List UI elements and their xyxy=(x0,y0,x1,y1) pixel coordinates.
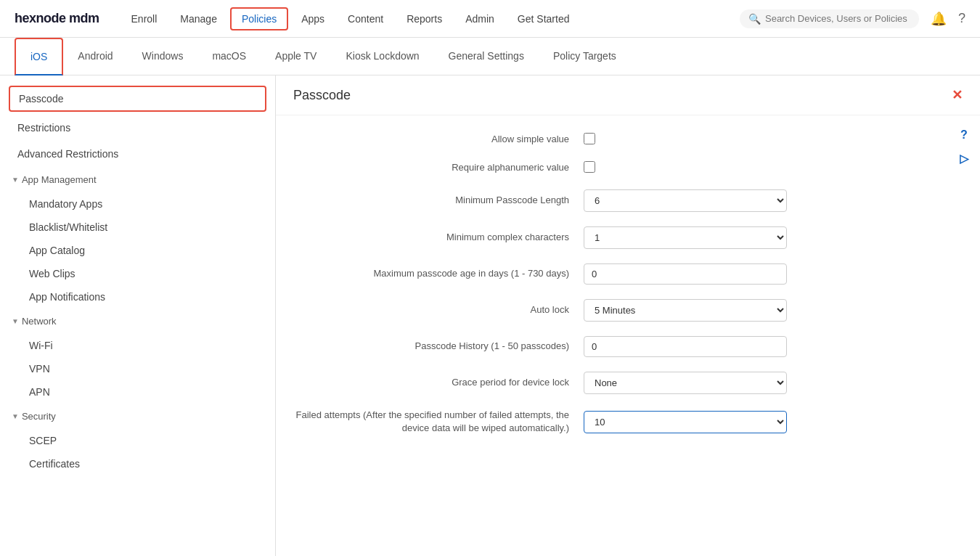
nav-manage[interactable]: Manage xyxy=(170,9,227,29)
panel-header: Passcode ✕ xyxy=(276,75,980,115)
sidebar-item-app-notifications[interactable]: App Notifications xyxy=(0,285,275,308)
field-min-passcode-length: Minimum Passcode Length 12345 678910 xyxy=(293,189,936,212)
control-failed-attempts[interactable]: 45678 9101112 xyxy=(584,411,787,433)
play-action-button[interactable]: ▷ xyxy=(954,148,974,168)
logo: hexnode mdm xyxy=(15,11,99,26)
nav-get-started[interactable]: Get Started xyxy=(507,9,580,29)
control-auto-lock[interactable]: Never1 Minute2 Minutes3 Minutes 4 Minute… xyxy=(584,299,787,322)
field-require-alphanumeric: Require alphanumeric value xyxy=(293,161,936,175)
side-actions: ? ▷ xyxy=(948,119,980,174)
tab-general-settings[interactable]: General Settings xyxy=(434,38,539,75)
help-icon[interactable]: ? xyxy=(958,11,965,26)
label-auto-lock: Auto lock xyxy=(293,303,569,316)
tab-kiosk-lockdown[interactable]: Kiosk Lockdown xyxy=(331,38,433,75)
nav-policies[interactable]: Policies xyxy=(230,7,288,30)
checkbox-allow-simple-value[interactable] xyxy=(584,133,595,144)
label-allow-simple-value: Allow simple value xyxy=(293,133,569,146)
input-max-passcode-age[interactable] xyxy=(584,263,787,285)
content-area: Passcode ✕ ? ▷ Allow simple value Requir… xyxy=(276,75,980,556)
label-failed-attempts: Failed attempts (After the specified num… xyxy=(293,409,569,435)
sidebar-item-advanced-restrictions[interactable]: Advanced Restrictions xyxy=(0,141,275,167)
tab-policy-targets[interactable]: Policy Targets xyxy=(539,38,631,75)
sidebar-section-network[interactable]: ▼ Network xyxy=(0,308,275,334)
label-min-complex-chars: Minimum complex characters xyxy=(293,231,569,244)
sidebar-item-scep[interactable]: SCEP xyxy=(0,429,275,452)
sidebar-item-certificates[interactable]: Certificates xyxy=(0,452,275,475)
sidebar-item-vpn[interactable]: VPN xyxy=(0,357,275,380)
chevron-down-icon: ▼ xyxy=(12,412,19,420)
nav-items: Enroll Manage Policies Apps Content Repo… xyxy=(121,7,740,30)
field-grace-period: Grace period for device lock None1 Minut… xyxy=(293,372,936,394)
panel-title: Passcode xyxy=(293,88,351,103)
main-layout: Passcode Restrictions Advanced Restricti… xyxy=(0,75,980,556)
sidebar-item-app-catalog[interactable]: App Catalog xyxy=(0,239,275,262)
label-passcode-history: Passcode History (1 - 50 passcodes) xyxy=(293,340,569,353)
label-require-alphanumeric: Require alphanumeric value xyxy=(293,161,569,174)
chevron-down-icon: ▼ xyxy=(12,317,19,325)
chevron-down-icon: ▼ xyxy=(12,176,19,184)
label-max-passcode-age: Maximum passcode age in days (1 - 730 da… xyxy=(293,267,569,280)
logo-text: hexnode mdm xyxy=(15,11,99,26)
control-max-passcode-age[interactable] xyxy=(584,263,787,285)
select-grace-period[interactable]: None1 Minute5 Minutes 15 Minutes1 Hour4 … xyxy=(584,372,787,394)
tab-windows[interactable]: Windows xyxy=(128,38,198,75)
notifications-icon[interactable]: 🔔 xyxy=(931,11,947,27)
control-passcode-history[interactable] xyxy=(584,336,787,357)
help-action-button[interactable]: ? xyxy=(954,125,974,145)
sidebar-item-web-clips[interactable]: Web Clips xyxy=(0,262,275,285)
sidebar-item-passcode[interactable]: Passcode xyxy=(9,86,266,112)
tab-bar: iOS Android Windows macOS Apple TV Kiosk… xyxy=(0,38,980,75)
nav-enroll[interactable]: Enroll xyxy=(121,9,168,29)
nav-reports[interactable]: Reports xyxy=(396,9,452,29)
field-allow-simple-value: Allow simple value xyxy=(293,133,936,147)
sidebar-section-label-security: Security xyxy=(22,411,56,422)
label-min-passcode-length: Minimum Passcode Length xyxy=(293,194,569,207)
control-allow-simple-value[interactable] xyxy=(584,133,787,147)
tab-ios[interactable]: iOS xyxy=(15,38,63,75)
sidebar-item-wifi[interactable]: Wi-Fi xyxy=(0,334,275,357)
label-grace-period: Grace period for device lock xyxy=(293,376,569,389)
tab-apple-tv[interactable]: Apple TV xyxy=(261,38,331,75)
sidebar-section-label-app-management: App Management xyxy=(22,174,97,185)
control-min-passcode-length[interactable]: 12345 678910 xyxy=(584,189,787,212)
top-navigation: hexnode mdm Enroll Manage Policies Apps … xyxy=(0,0,980,38)
sidebar-item-apn[interactable]: APN xyxy=(0,380,275,404)
field-min-complex-chars: Minimum complex characters 01234 xyxy=(293,226,936,249)
nav-admin[interactable]: Admin xyxy=(455,9,505,29)
input-passcode-history[interactable] xyxy=(584,336,787,357)
sidebar-item-mandatory-apps[interactable]: Mandatory Apps xyxy=(0,192,275,216)
nav-content[interactable]: Content xyxy=(338,9,393,29)
sidebar-section-security[interactable]: ▼ Security xyxy=(0,404,275,429)
search-input[interactable] xyxy=(765,13,910,24)
sidebar-section-label-network: Network xyxy=(22,316,57,327)
close-button[interactable]: ✕ xyxy=(952,87,963,103)
field-failed-attempts: Failed attempts (After the specified num… xyxy=(293,409,936,435)
field-passcode-history: Passcode History (1 - 50 passcodes) xyxy=(293,336,936,357)
form-area: Allow simple value Require alphanumeric … xyxy=(276,115,980,467)
field-max-passcode-age: Maximum passcode age in days (1 - 730 da… xyxy=(293,263,936,285)
nav-right: 🔍 🔔 ? xyxy=(740,9,965,28)
sidebar: Passcode Restrictions Advanced Restricti… xyxy=(0,75,276,556)
select-min-complex-chars[interactable]: 01234 xyxy=(584,226,787,249)
control-require-alphanumeric[interactable] xyxy=(584,161,787,175)
control-min-complex-chars[interactable]: 01234 xyxy=(584,226,787,249)
select-failed-attempts[interactable]: 45678 9101112 xyxy=(584,411,787,433)
select-auto-lock[interactable]: Never1 Minute2 Minutes3 Minutes 4 Minute… xyxy=(584,299,787,322)
sidebar-item-restrictions[interactable]: Restrictions xyxy=(0,115,275,141)
sidebar-section-app-management[interactable]: ▼ App Management xyxy=(0,167,275,192)
field-auto-lock: Auto lock Never1 Minute2 Minutes3 Minute… xyxy=(293,299,936,322)
select-min-passcode-length[interactable]: 12345 678910 xyxy=(584,189,787,212)
control-grace-period[interactable]: None1 Minute5 Minutes 15 Minutes1 Hour4 … xyxy=(584,372,787,394)
sidebar-item-blacklist-whitelist[interactable]: Blacklist/Whitelist xyxy=(0,216,275,239)
checkbox-require-alphanumeric[interactable] xyxy=(584,161,595,173)
search-box[interactable]: 🔍 xyxy=(740,9,919,28)
nav-apps[interactable]: Apps xyxy=(291,9,335,29)
tab-macos[interactable]: macOS xyxy=(197,38,261,75)
tab-android[interactable]: Android xyxy=(63,38,127,75)
search-icon: 🔍 xyxy=(748,13,761,25)
